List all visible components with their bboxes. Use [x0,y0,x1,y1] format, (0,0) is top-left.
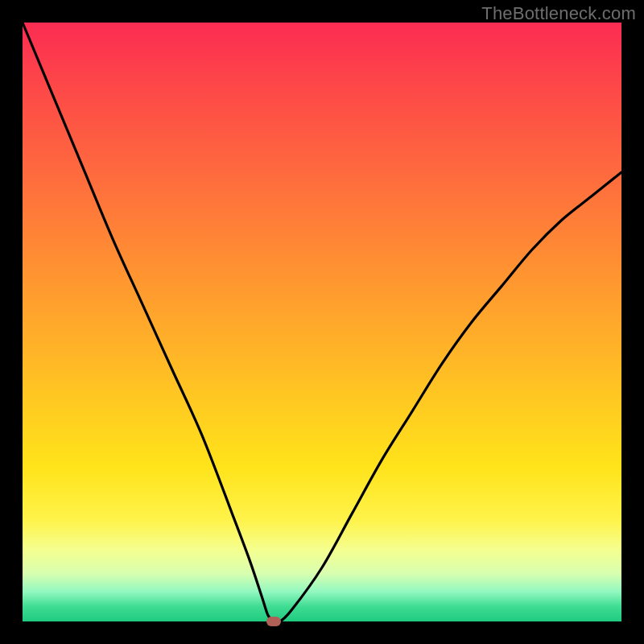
minimum-marker [266,617,281,626]
watermark-text: TheBottleneck.com [481,3,636,24]
chart-frame: TheBottleneck.com [0,0,644,644]
bottleneck-curve [23,23,621,621]
plot-area [23,23,621,621]
